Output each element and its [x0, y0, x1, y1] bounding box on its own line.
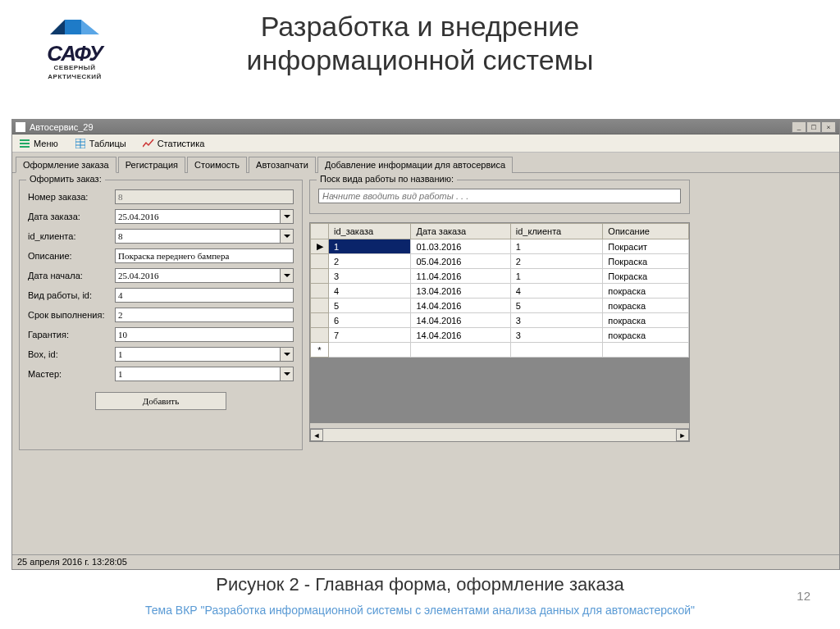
grid-cell[interactable]: Покраска [603, 254, 689, 269]
table-row[interactable]: 514.04.20165покраска [311, 299, 689, 313]
form-input[interactable] [115, 327, 294, 342]
grid-cell[interactable]: покраска [603, 299, 689, 313]
maximize-button[interactable]: □ [806, 121, 821, 133]
window-title: Автосервис_29 [30, 122, 792, 132]
table-row[interactable]: 413.04.20164покраска [311, 284, 689, 299]
row-header[interactable] [311, 328, 329, 343]
table-row[interactable]: ▶101.03.20161Покрасит [311, 239, 689, 254]
menu-label: Таблицы [89, 139, 126, 148]
grid-cell[interactable]: 4 [510, 284, 603, 299]
workarea: Оформить заказ: Номер заказа:Дата заказа… [12, 173, 839, 567]
form-input[interactable] [115, 347, 281, 362]
table-row[interactable]: 614.04.20163покраска [311, 313, 689, 328]
table-row[interactable]: 714.04.20163покраска [311, 328, 689, 343]
grid-column-header[interactable]: id_заказа [329, 224, 411, 239]
table-row[interactable]: 311.04.20161Покраска [311, 269, 689, 284]
grid-cell[interactable]: 14.04.2016 [411, 328, 510, 343]
dropdown-button[interactable] [281, 367, 294, 381]
menu-tables[interactable]: Таблицы [71, 136, 130, 151]
orders-grid[interactable]: id_заказаДата заказаid_клиентаОписание▶1… [309, 222, 690, 442]
grid-cell[interactable]: покраска [603, 328, 689, 343]
grid-cell[interactable]: покраска [603, 284, 689, 299]
tab-add-info[interactable]: Добавление информации для автосервиса [317, 157, 513, 173]
row-header[interactable] [311, 254, 329, 269]
grid-corner[interactable] [311, 224, 329, 239]
minimize-button[interactable]: _ [792, 121, 806, 133]
row-header[interactable] [311, 284, 329, 299]
titlebar[interactable]: Автосервис_29 _ □ × [12, 120, 839, 134]
grid-cell[interactable]: 01.03.2016 [411, 239, 510, 254]
search-input[interactable] [318, 189, 681, 203]
form-input[interactable] [115, 229, 281, 244]
form-row: Описание: [28, 248, 294, 264]
add-button[interactable]: Добавить [95, 392, 226, 410]
grid-cell[interactable]: 05.04.2016 [411, 254, 510, 269]
grid-column-header[interactable]: id_клиента [510, 224, 603, 239]
menubar: Меню Таблицы Статистика [12, 134, 839, 153]
grid-scrollbar-h[interactable]: ◄ ► [310, 428, 689, 441]
form-input[interactable] [115, 367, 281, 381]
row-header[interactable] [311, 299, 329, 313]
row-header[interactable]: ▶ [311, 239, 329, 254]
grid-cell[interactable]: 4 [329, 284, 411, 299]
grid-cell[interactable]: 1 [510, 269, 603, 284]
close-button[interactable]: × [821, 121, 836, 133]
tab-parts[interactable]: Автозапчати [249, 157, 316, 173]
grid-cell[interactable]: 14.04.2016 [411, 313, 510, 328]
menu-statistics[interactable]: Статистика [139, 136, 208, 151]
dropdown-button[interactable] [281, 268, 294, 283]
menu-menu[interactable]: Меню [16, 136, 62, 151]
tab-registration[interactable]: Регистрация [118, 157, 185, 173]
grid-cell[interactable]: 3 [329, 269, 411, 284]
grid-cell[interactable]: Покраска [603, 269, 689, 284]
grid-cell[interactable]: 5 [329, 299, 411, 313]
university-logo: САФУ СЕВЕРНЫЙ АРКТИЧЕСКИЙ [30, 15, 120, 81]
logo-sub1: СЕВЕРНЫЙ [30, 65, 120, 72]
grid-cell[interactable]: 1 [510, 239, 603, 254]
grid-cell[interactable]: 13.04.2016 [411, 284, 510, 299]
grid-cell[interactable] [510, 343, 603, 358]
grid-cell[interactable]: 5 [510, 299, 603, 313]
table-row[interactable]: 205.04.20162Покраска [311, 254, 689, 269]
dropdown-button[interactable] [281, 229, 294, 244]
tab-order[interactable]: Оформление заказа [16, 157, 116, 173]
form-input[interactable] [115, 308, 294, 322]
form-input[interactable] [115, 248, 294, 263]
grid-column-header[interactable]: Описание [603, 224, 689, 239]
dropdown-button[interactable] [281, 347, 294, 362]
menu-label: Статистика [158, 139, 205, 148]
grid-cell[interactable]: 6 [329, 313, 411, 328]
slide-title: Разработка и внедрение информационной си… [0, 0, 840, 84]
grid-cell[interactable] [329, 343, 411, 358]
form-label: Описание: [28, 251, 115, 261]
grid-cell[interactable]: 14.04.2016 [411, 299, 510, 313]
grid-cell[interactable] [411, 343, 510, 358]
grid-cell[interactable]: 2 [329, 254, 411, 269]
form-input[interactable] [115, 209, 281, 224]
form-label: Дата заказа: [28, 212, 115, 221]
form-input[interactable] [115, 288, 294, 303]
page-number: 12 [797, 589, 810, 603]
grid-cell[interactable]: 11.04.2016 [411, 269, 510, 284]
svg-rect-4 [20, 143, 30, 144]
grid-cell[interactable] [603, 343, 689, 358]
scroll-left-button[interactable]: ◄ [310, 429, 323, 441]
grid-cell[interactable]: 3 [510, 328, 603, 343]
grid-cell[interactable]: Покрасит [603, 239, 689, 254]
grid-cell[interactable]: 7 [329, 328, 411, 343]
form-input[interactable] [115, 268, 281, 283]
row-header[interactable]: * [311, 343, 329, 358]
grid-cell[interactable]: 1 [329, 239, 411, 254]
grid-cell[interactable]: покраска [603, 313, 689, 328]
row-header[interactable] [311, 269, 329, 284]
svg-marker-2 [81, 20, 99, 34]
tab-cost[interactable]: Стоимость [187, 157, 247, 173]
grid-column-header[interactable]: Дата заказа [411, 224, 510, 239]
grid-cell[interactable]: 2 [510, 254, 603, 269]
grid-cell[interactable]: 3 [510, 313, 603, 328]
dropdown-button[interactable] [281, 209, 294, 224]
grid-new-row[interactable]: * [311, 343, 689, 358]
row-header[interactable] [311, 313, 329, 328]
scroll-track[interactable] [323, 429, 676, 441]
scroll-right-button[interactable]: ► [676, 429, 689, 441]
